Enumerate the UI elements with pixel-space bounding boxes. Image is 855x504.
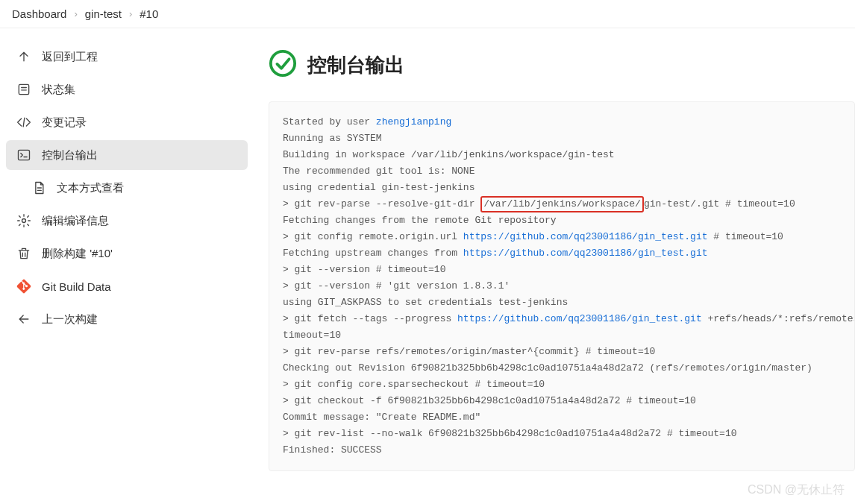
console-line: > git rev-list --no-walk 6f90821b325bb6b… — [283, 426, 841, 442]
gear-icon — [16, 213, 31, 228]
sidebar-item-console-txt[interactable]: 文本方式查看 — [6, 173, 248, 203]
console-line: > git checkout -f 6f90821b325bb6b4298c1c… — [283, 393, 841, 409]
sidebar-item-label: Git Build Data — [42, 280, 111, 293]
git-icon — [16, 279, 31, 294]
console-line: > git config remote.origin.url https://g… — [283, 229, 841, 245]
console-line: using credential gin-test-jenkins — [283, 180, 841, 196]
console-highlight: /var/lib/jenkins/workspace/ — [480, 196, 644, 212]
console-line: > git fetch --tags --progress https://gi… — [283, 311, 841, 327]
console-text: Running as SYSTEM — [283, 133, 382, 144]
sidebar-item-edit[interactable]: 编辑编译信息 — [6, 206, 248, 236]
console-text: > git rev-list --no-walk 6f90821b325bb6b… — [283, 428, 737, 439]
console-line: Finished: SUCCESS — [283, 442, 841, 459]
code-icon — [16, 115, 31, 130]
console-link[interactable]: https://github.com/qq23001186/gin_test.g… — [463, 231, 708, 242]
console-text: Commit message: "Create README.md" — [283, 412, 480, 423]
sidebar-item-changes[interactable]: 变更记录 — [6, 107, 248, 137]
console-text: Finished: SUCCESS — [283, 444, 382, 456]
svg-point-5 — [271, 51, 295, 75]
console-text: Fetching changes from the remote Git rep… — [283, 215, 557, 226]
console-text: gin-test/.git # timeout=10 — [644, 198, 795, 210]
svg-rect-0 — [19, 84, 28, 94]
console-text: > git config remote.origin.url — [283, 231, 463, 242]
console-text: Checking out Revision 6f90821b325bb6b429… — [283, 362, 812, 374]
console-text: timeout=10 — [283, 330, 341, 341]
sidebar-item-git[interactable]: Git Build Data — [6, 271, 248, 301]
console-text: using credential gin-test-jenkins — [283, 182, 475, 193]
console-output: Started by user zhengjianpingRunning as … — [269, 101, 855, 471]
doc-icon — [31, 180, 46, 195]
trash-icon — [16, 246, 31, 261]
console-line: The recommended git tool is: NONE — [283, 163, 841, 180]
console-text: > git --version # 'git version 1.8.3.1' — [283, 280, 510, 292]
console-line: > git --version # timeout=10 — [283, 262, 841, 278]
breadcrumb-sep: › — [129, 8, 132, 19]
sidebar-item-label: 上一次构建 — [42, 312, 98, 327]
page-title-row: 控制台输出 — [269, 49, 855, 81]
sidebar-item-console[interactable]: 控制台输出 — [6, 140, 248, 170]
console-line: Checking out Revision 6f90821b325bb6b429… — [283, 360, 841, 377]
console-text: Fetching upstream changes from — [283, 248, 463, 259]
breadcrumb: Dashboard › gin-test › #10 — [0, 0, 855, 28]
svg-rect-3 — [19, 150, 30, 160]
console-line: > git rev-parse refs/remotes/origin/mast… — [283, 344, 841, 360]
console-line: Commit message: "Create README.md" — [283, 409, 841, 426]
sidebar-item-label: 控制台输出 — [42, 148, 98, 163]
console-text: Building in workspace /var/lib/jenkins/w… — [283, 149, 615, 160]
terminal-icon — [16, 148, 31, 163]
rect-icon — [16, 82, 31, 97]
sidebar-item-label: 状态集 — [42, 83, 75, 97]
page-title: 控制台输出 — [307, 52, 404, 78]
sidebar-item-label: 文本方式查看 — [57, 181, 124, 195]
console-text: > git checkout -f 6f90821b325bb6b4298c1c… — [283, 395, 696, 406]
console-line: using GIT_ASKPASS to set credentials tes… — [283, 294, 841, 311]
console-line: timeout=10 — [283, 327, 841, 344]
sidebar-item-prev[interactable]: 上一次构建 — [6, 304, 248, 334]
console-line: Started by user zhengjianping — [283, 114, 841, 130]
sidebar-item-label: 变更记录 — [42, 116, 87, 130]
sidebar-item-label: 返回到工程 — [42, 50, 98, 64]
console-text: using GIT_ASKPASS to set credentials tes… — [283, 297, 568, 308]
arrow-left-icon — [16, 312, 31, 327]
sidebar-item-delete[interactable]: 删除构建 '#10' — [6, 239, 248, 268]
console-line: > git config core.sparsecheckout # timeo… — [283, 377, 841, 393]
console-line: Fetching upstream changes from https://g… — [283, 245, 841, 262]
console-link[interactable]: https://github.com/qq23001186/gin_test.g… — [463, 248, 708, 259]
breadcrumb-sep: › — [74, 8, 77, 19]
sidebar: 返回到工程状态集变更记录控制台输出文本方式查看编辑编译信息删除构建 '#10'G… — [0, 28, 254, 502]
console-text: # timeout=10 — [708, 231, 783, 242]
sidebar-item-back[interactable]: 返回到工程 — [6, 42, 248, 72]
console-line: Running as SYSTEM — [283, 130, 841, 147]
console-line: > git rev-parse --resolve-git-dir /var/l… — [283, 196, 841, 212]
success-check-icon — [269, 49, 297, 81]
console-text: The recommended git tool is: NONE — [283, 166, 475, 177]
console-link[interactable]: https://github.com/qq23001186/gin_test.g… — [457, 313, 702, 324]
sidebar-item-label: 删除构建 '#10' — [42, 247, 113, 261]
console-line: Building in workspace /var/lib/jenkins/w… — [283, 147, 841, 163]
main-content: 控制台输出 Started by user zhengjianpingRunni… — [254, 28, 855, 502]
arrow-up-icon — [16, 49, 31, 64]
console-line: > git --version # 'git version 1.8.3.1' — [283, 278, 841, 294]
console-link[interactable]: zhengjianping — [376, 116, 451, 127]
svg-point-4 — [22, 219, 26, 223]
breadcrumb-item-project[interactable]: gin-test — [85, 7, 122, 20]
console-text: > git fetch --tags --progress — [283, 313, 457, 324]
console-line: Fetching changes from the remote Git rep… — [283, 212, 841, 229]
console-text: > git --version # timeout=10 — [283, 264, 445, 275]
breadcrumb-item-build[interactable]: #10 — [140, 7, 158, 20]
console-text: > git rev-parse refs/remotes/origin/mast… — [283, 346, 655, 357]
console-text: > git rev-parse --resolve-git-dir — [283, 198, 480, 210]
breadcrumb-item-dashboard[interactable]: Dashboard — [12, 7, 66, 20]
console-text: Started by user — [283, 116, 376, 127]
console-text: > git config core.sparsecheckout # timeo… — [283, 379, 545, 390]
sidebar-item-label: 编辑编译信息 — [42, 214, 109, 228]
sidebar-item-status[interactable]: 状态集 — [6, 75, 248, 104]
console-text: +refs/heads/*:refs/remotes/origin/* # ti… — [702, 313, 855, 324]
